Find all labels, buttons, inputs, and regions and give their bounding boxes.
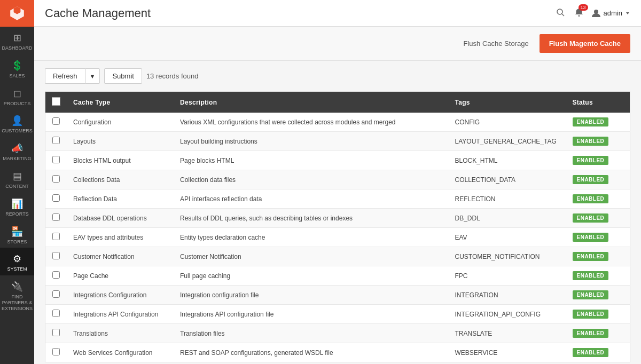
submit-button[interactable]: Submit (104, 68, 142, 84)
row-checkbox[interactable] (52, 348, 60, 355)
row-checkbox[interactable] (52, 156, 60, 163)
admin-user-menu[interactable]: admin (591, 9, 630, 18)
status-badge: ENABLED (573, 194, 609, 203)
flush-cache-storage-button[interactable]: Flush Cache Storage (459, 37, 533, 50)
table-row: Integrations Configuration Integration c… (45, 286, 630, 305)
row-checkbox[interactable] (52, 117, 60, 125)
table-row: Configuration Various XML configurations… (45, 113, 630, 132)
row-tags: INTEGRATION_API_CONFIG (449, 305, 566, 324)
notification-badge[interactable]: 13 (574, 7, 584, 19)
refresh-button[interactable]: Refresh (45, 68, 85, 84)
search-icon (556, 8, 565, 17)
row-tags: EAV (449, 228, 566, 247)
row-checkbox[interactable] (52, 252, 60, 259)
table-row: Web Services Configuration REST and SOAP… (45, 343, 630, 362)
row-checkbox[interactable] (52, 213, 60, 221)
row-status: ENABLED (566, 189, 630, 209)
row-description: Integration configuration file (174, 286, 449, 305)
table-header-checkbox (45, 92, 67, 113)
table-row: Database DDL operations Results of DDL q… (45, 209, 630, 228)
reports-icon: 📊 (11, 198, 23, 210)
sidebar-item-label: Dashboard (2, 45, 33, 51)
status-badge: ENABLED (573, 233, 609, 242)
sidebar-item-marketing[interactable]: 📣 Marketing (0, 137, 34, 165)
row-cache-type: Translations (67, 324, 174, 343)
row-status: ENABLED (566, 305, 630, 324)
table-row: Translations Translation files TRANSLATE… (45, 324, 630, 343)
sidebar-item-label: Content (5, 184, 29, 189)
customers-icon: 👤 (11, 115, 23, 126)
sidebar-item-label: Stores (7, 239, 27, 245)
status-badge: ENABLED (573, 175, 609, 184)
sidebar-item-label: Customers (2, 128, 32, 134)
row-checkbox-cell (45, 324, 67, 343)
row-description: Various XML configurations that were col… (174, 113, 449, 132)
row-tags: TRANSLATE (449, 324, 566, 343)
sidebar-item-customers[interactable]: 👤 Customers (0, 109, 34, 137)
flush-magento-cache-button[interactable]: Flush Magento Cache (540, 34, 630, 53)
row-checkbox[interactable] (52, 310, 60, 317)
search-button[interactable] (554, 6, 567, 21)
row-checkbox[interactable] (52, 329, 60, 336)
dashboard-icon: ⊞ (13, 32, 21, 44)
row-description: Entity types declaration cache (174, 228, 449, 247)
marketing-icon: 📣 (11, 143, 23, 154)
refresh-dropdown-button[interactable]: ▼ (85, 68, 100, 84)
status-badge: ENABLED (573, 213, 609, 223)
sidebar-item-extensions[interactable]: 🔌 FIND PARTNERS & EXTENSIONS (0, 275, 34, 314)
status-badge: ENABLED (573, 290, 609, 299)
table-row: Integrations API Configuration Integrati… (45, 305, 630, 324)
row-status: ENABLED (566, 228, 630, 247)
row-description: Layout building instructions (174, 132, 449, 151)
row-cache-type: Blocks HTML output (67, 151, 174, 170)
row-tags: BLOCK_HTML (449, 151, 566, 170)
row-cache-type: Reflection Data (67, 189, 174, 209)
sidebar-item-dashboard[interactable]: ⊞ Dashboard (0, 27, 34, 54)
status-badge: ENABLED (573, 252, 609, 261)
row-checkbox[interactable] (52, 137, 60, 144)
row-tags: LAYOUT_GENERAL_CACHE_TAG (449, 132, 566, 151)
row-checkbox[interactable] (52, 233, 60, 240)
sidebar: ⊞ Dashboard 💲 Sales ◻ Products 👤 Custome… (0, 0, 34, 364)
row-cache-type: Layouts (67, 132, 174, 151)
sidebar-item-sales[interactable]: 💲 Sales (0, 54, 34, 82)
table-row: Collections Data Collection data files C… (45, 170, 630, 189)
row-checkbox[interactable] (52, 194, 60, 202)
sidebar-logo[interactable] (0, 0, 34, 27)
row-tags: COLLECTION_DATA (449, 170, 566, 189)
action-bar: Flush Cache Storage Flush Magento Cache (34, 27, 641, 61)
sidebar-item-system[interactable]: ⚙ System (0, 248, 34, 275)
sidebar-item-label: Reports (5, 211, 28, 217)
sidebar-item-reports[interactable]: 📊 Reports (0, 193, 34, 220)
row-description: Translation files (174, 324, 449, 343)
row-description: Collection data files (174, 170, 449, 189)
sidebar-item-products[interactable]: ◻ Products (0, 82, 34, 110)
sidebar-item-content[interactable]: ▤ Content (0, 165, 34, 193)
content-area: Refresh ▼ Submit 13 records found Cache … (34, 61, 641, 364)
sidebar-item-stores[interactable]: 🏪 Stores (0, 220, 34, 248)
table-header-description: Description (174, 92, 449, 113)
table-header-cache-type: Cache Type (67, 92, 174, 113)
table-header-tags: Tags (449, 92, 566, 113)
row-description: Page blocks HTML (174, 151, 449, 170)
row-status: ENABLED (566, 170, 630, 189)
row-checkbox-cell (45, 113, 67, 132)
svg-point-0 (557, 9, 562, 14)
select-all-checkbox[interactable] (52, 97, 60, 106)
row-checkbox[interactable] (52, 271, 60, 279)
row-checkbox[interactable] (52, 290, 60, 298)
status-badge: ENABLED (573, 271, 609, 280)
row-tags: REFLECTION (449, 189, 566, 209)
row-tags: INTEGRATION (449, 286, 566, 305)
sidebar-item-label: Products (4, 101, 31, 107)
row-status: ENABLED (566, 247, 630, 266)
row-status: ENABLED (566, 209, 630, 228)
row-cache-type: Integrations Configuration (67, 286, 174, 305)
top-header: Cache Management 13 admin (34, 0, 641, 27)
stores-icon: 🏪 (11, 226, 23, 238)
row-cache-type: Collections Data (67, 170, 174, 189)
row-checkbox-cell (45, 343, 67, 362)
row-checkbox-cell (45, 170, 67, 189)
row-checkbox[interactable] (52, 175, 60, 183)
row-description: REST and SOAP configurations, generated … (174, 343, 449, 362)
